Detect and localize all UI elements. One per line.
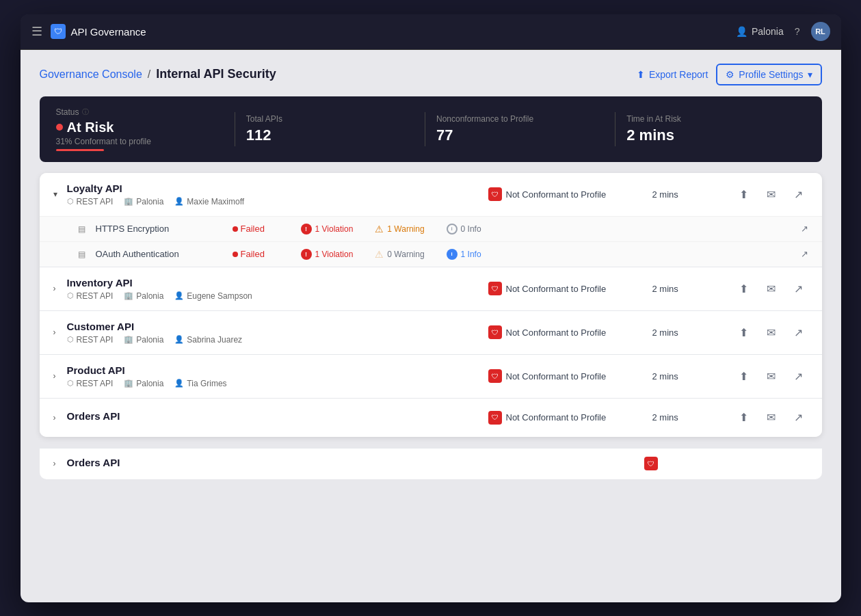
api-meta-product: ⬡ REST API 🏢 Palonia 👤 Tia Grimes	[67, 379, 488, 388]
meta-type-loyalty: ⬡ REST API	[67, 197, 114, 206]
api-table: ▾ Loyalty API ⬡ REST API 🏢 Palonia	[40, 173, 822, 437]
api-group-product: › Product API ⬡ REST API 🏢 Palonia	[40, 355, 822, 399]
api-row-product[interactable]: › Product API ⬡ REST API 🏢 Palonia	[40, 355, 822, 398]
breadcrumb: Governance Console / Internal API Securi…	[40, 67, 276, 81]
mail-icon-inventory[interactable]: ✉	[762, 279, 781, 298]
shield-red-icon-cust: 🛡	[488, 325, 502, 339]
org-icon-prod: 🏢	[124, 379, 133, 388]
shield-red-icon-ord1: 🛡	[488, 411, 502, 425]
sub-row-oauth: ▤ OAuth Authentication Failed ! 1 Viola	[40, 242, 822, 267]
meta-org-loyalty: 🏢 Palonia	[124, 197, 163, 206]
mail-icon-customer[interactable]: ✉	[762, 323, 781, 342]
at-risk-dot	[56, 124, 63, 131]
org-icon: 🏢	[124, 197, 133, 206]
external-link-icon-oauth[interactable]: ↗	[801, 249, 808, 259]
breadcrumb-current: Internal API Security	[156, 67, 276, 81]
expand-icon-product[interactable]: ›	[53, 371, 67, 381]
api-group-inventory: › Inventory API ⬡ REST API 🏢 Palonia	[40, 267, 822, 311]
brand: 🛡 API Governance	[51, 24, 146, 39]
export-report-button[interactable]: ⬆ Export Report	[637, 69, 708, 80]
api-row-loyalty[interactable]: ▾ Loyalty API ⬡ REST API 🏢 Palonia	[40, 173, 822, 216]
hamburger-icon[interactable]: ☰	[31, 24, 42, 39]
api-name-product: Product API	[67, 364, 488, 376]
shield-red-icon: 🛡	[488, 187, 502, 201]
sub-row-status-https: Failed	[233, 224, 301, 234]
person-icon: 👤	[736, 26, 747, 37]
shield-red-icon-ord2: 🛡	[644, 457, 658, 470]
api-name-orders-1: Orders API	[67, 410, 488, 422]
api-name-loyalty: Loyalty API	[67, 183, 488, 194]
external-link-icon-loyalty[interactable]: ↗	[789, 185, 808, 204]
api-row-orders-1[interactable]: › Orders API 🛡 Not Conformant to Profile…	[40, 399, 822, 437]
sub-row-https: ▤ HTTPS Encryption Failed ! 1 Violation	[40, 217, 822, 242]
share-icon-product[interactable]: ⬆	[734, 366, 754, 386]
api-type-icon-prod: ⬡	[67, 379, 74, 388]
api-status-product: 🛡 Not Conformant to Profile	[488, 369, 652, 383]
expand-icon-loyalty[interactable]: ▾	[53, 189, 67, 199]
stat-status: Status ⓘ At Risk 31% Conformant to profi…	[56, 107, 235, 151]
profile-settings-button[interactable]: ⚙ Profile Settings ▾	[716, 64, 821, 85]
share-icon-loyalty[interactable]: ⬆	[734, 185, 754, 204]
api-actions-inventory: ⬆ ✉ ↗	[734, 279, 808, 298]
error-circle-oauth: !	[301, 249, 312, 260]
api-actions-orders-1: ⬆ ✉ ↗	[734, 408, 808, 427]
api-row-inventory[interactable]: › Inventory API ⬡ REST API 🏢 Palonia	[40, 267, 822, 310]
expand-icon-inventory[interactable]: ›	[53, 284, 67, 293]
api-actions-loyalty: ⬆ ✉ ↗	[734, 185, 808, 204]
nav-left: ☰ 🛡 API Governance	[31, 24, 146, 39]
share-icon-customer[interactable]: ⬆	[734, 323, 754, 342]
nav-user: 👤 Palonia	[736, 26, 784, 37]
api-row-customer[interactable]: › Customer API ⬡ REST API 🏢 Palonia	[40, 311, 822, 354]
api-time-inventory: 2 mins	[652, 284, 734, 294]
mail-icon-product[interactable]: ✉	[762, 366, 781, 386]
sub-row-metrics-oauth: ! 1 Violation ⚠ 0 Warning i 1 Info	[301, 249, 801, 260]
api-actions-customer: ⬆ ✉ ↗	[734, 323, 808, 342]
chevron-down-icon: ▾	[808, 69, 812, 80]
rule-icon-https: ▤	[78, 224, 92, 234]
user-icon: 👤	[174, 197, 184, 206]
expand-icon-customer[interactable]: ›	[53, 327, 67, 337]
user-icon-inv: 👤	[174, 291, 184, 300]
nav-avatar: RL	[811, 22, 830, 41]
warning-triangle-oauth: ⚠	[375, 249, 384, 260]
at-risk-underline	[56, 149, 104, 151]
mail-icon-orders-1[interactable]: ✉	[762, 408, 781, 427]
nav-bar: ☰ 🛡 API Governance 👤 Palonia ? RL	[21, 14, 841, 50]
external-link-icon-orders-1[interactable]: ↗	[789, 408, 808, 427]
meta-user-loyalty: 👤 Maxie Maximoff	[174, 197, 244, 206]
info-circle-https: i	[447, 224, 458, 235]
api-time-customer: 2 mins	[652, 327, 734, 338]
expand-icon-orders-1[interactable]: ›	[53, 413, 67, 423]
breadcrumb-link[interactable]: Governance Console	[40, 68, 142, 81]
nav-right: 👤 Palonia ? RL	[736, 22, 830, 41]
sub-row-name-https: HTTPS Encryption	[96, 224, 233, 234]
api-info-orders-1: Orders API	[67, 410, 488, 425]
expand-icon-orders-2[interactable]: ›	[53, 459, 67, 468]
mail-icon-loyalty[interactable]: ✉	[762, 185, 781, 204]
sub-row-status-oauth: Failed	[233, 249, 301, 259]
user-icon-cust: 👤	[174, 335, 184, 344]
meta-type-inventory: ⬡ REST API	[67, 291, 114, 301]
external-link-icon-product[interactable]: ↗	[789, 366, 808, 386]
share-icon-inventory[interactable]: ⬆	[734, 279, 754, 298]
external-link-icon-inventory[interactable]: ↗	[789, 279, 808, 298]
info-icon: ⓘ	[82, 107, 89, 117]
api-name-orders-2: Orders API	[67, 457, 644, 468]
api-status-loyalty: 🛡 Not Conformant to Profile	[488, 187, 652, 201]
api-row-orders-2-partial: › Orders API 🛡	[40, 448, 822, 479]
brand-shield-icon: 🛡	[51, 24, 66, 39]
share-icon-orders-1[interactable]: ⬆	[734, 408, 754, 427]
failed-dot-https	[233, 226, 238, 232]
api-group-loyalty: ▾ Loyalty API ⬡ REST API 🏢 Palonia	[40, 173, 822, 267]
user-name: Palonia	[752, 26, 784, 37]
sub-rows-loyalty: ▤ HTTPS Encryption Failed ! 1 Violation	[40, 216, 822, 267]
api-info-inventory: Inventory API ⬡ REST API 🏢 Palonia	[67, 277, 488, 301]
help-icon[interactable]: ?	[795, 26, 800, 37]
external-link-icon-https[interactable]: ↗	[801, 224, 808, 234]
meta-org-inventory: 🏢 Palonia	[124, 291, 163, 301]
api-type-icon-cust: ⬡	[67, 335, 74, 344]
info-circle-oauth: i	[447, 249, 458, 260]
error-circle-https: !	[301, 224, 312, 235]
external-link-icon-customer[interactable]: ↗	[789, 323, 808, 342]
meta-user-inventory: 👤 Eugene Sampson	[174, 291, 252, 301]
